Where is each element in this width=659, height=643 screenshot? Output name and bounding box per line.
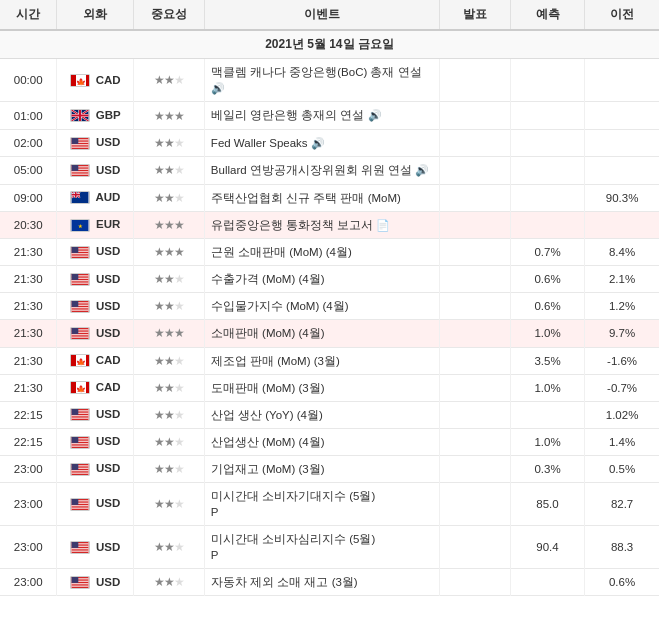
svg-rect-45 xyxy=(71,309,88,310)
forecast-cell: 1.0% xyxy=(510,374,584,401)
svg-rect-52 xyxy=(71,334,88,335)
svg-rect-30 xyxy=(71,256,88,257)
svg-rect-28 xyxy=(71,253,88,254)
time-cell: 23:00 xyxy=(0,526,57,569)
svg-rect-84 xyxy=(71,470,88,471)
importance-cell: ★★★ xyxy=(133,526,204,569)
event-cell: 수입물가지수 (MoM) (4월) xyxy=(204,293,439,320)
svg-rect-109 xyxy=(71,585,88,586)
svg-rect-53 xyxy=(71,336,88,337)
header-previous: 이전 xyxy=(585,0,659,30)
svg-rect-86 xyxy=(71,473,88,474)
forecast-cell xyxy=(510,129,584,156)
forecast-cell: 0.6% xyxy=(510,293,584,320)
table-row: 00:00 🍁 CAD ★★★ 맥클렘 캐나다 중앙은행(BoC) 총재 연설 … xyxy=(0,59,659,102)
currency-cell: USD xyxy=(57,526,134,569)
time-cell: 09:00 xyxy=(0,184,57,211)
previous-cell: 9.7% xyxy=(585,320,659,347)
table-row: 23:00 USD ★★★ 미시간대 소비자기대지수 (5월)P 85.0 82… xyxy=(0,482,659,525)
speaker-icon: 🔊 xyxy=(211,82,225,94)
forecast-cell: 3.5% xyxy=(510,347,584,374)
previous-cell xyxy=(585,102,659,129)
release-cell xyxy=(439,320,510,347)
forecast-cell xyxy=(510,157,584,184)
table-row: 21:30 USD ★★★ 소매판매 (MoM) (4월) 1.0% 9.7% xyxy=(0,320,659,347)
currency-cell: USD xyxy=(57,401,134,428)
svg-rect-68 xyxy=(71,415,88,416)
forecast-cell: 85.0 xyxy=(510,482,584,525)
currency-label: USD xyxy=(96,497,120,509)
release-cell xyxy=(439,211,510,238)
currency-cell: USD xyxy=(57,569,134,596)
time-cell: 23:00 xyxy=(0,482,57,525)
table-row: 21:30 USD ★★★ 수출가격 (MoM) (4월) 0.6% 2.1% xyxy=(0,266,659,293)
svg-rect-92 xyxy=(71,505,88,506)
date-separator: 2021년 5월 14일 금요일 xyxy=(0,30,659,59)
currency-cell: 🍁 CAD xyxy=(57,347,134,374)
time-cell: 20:30 xyxy=(0,211,57,238)
importance-cell: ★★★ xyxy=(133,569,204,596)
importance-cell: ★★★ xyxy=(133,320,204,347)
release-cell xyxy=(439,374,510,401)
previous-cell xyxy=(585,157,659,184)
previous-cell: 0.5% xyxy=(585,455,659,482)
event-cell: Fed Waller Speaks 🔊 xyxy=(204,129,439,156)
speaker-icon: 🔊 xyxy=(311,137,325,149)
forecast-cell: 0.3% xyxy=(510,455,584,482)
forecast-cell: 1.0% xyxy=(510,320,584,347)
table-row: 02:00 USD ★★★ Fed Waller Speaks 🔊 xyxy=(0,129,659,156)
event-cell: 산업생산 (MoM) (4월) xyxy=(204,428,439,455)
release-cell xyxy=(439,455,510,482)
previous-cell: 1.2% xyxy=(585,293,659,320)
currency-label: USD xyxy=(96,576,120,588)
svg-rect-79 xyxy=(71,437,78,443)
importance-cell: ★★★ xyxy=(133,184,204,211)
currency-cell: AUD xyxy=(57,184,134,211)
svg-rect-95 xyxy=(71,499,78,505)
currency-label: AUD xyxy=(96,191,121,203)
release-cell xyxy=(439,102,510,129)
svg-rect-103 xyxy=(71,542,78,548)
svg-rect-78 xyxy=(71,446,88,447)
header-time: 시간 xyxy=(0,0,57,30)
header-forecast: 예측 xyxy=(510,0,584,30)
svg-rect-2 xyxy=(86,75,90,87)
currency-label: USD xyxy=(96,300,120,312)
time-cell: 02:00 xyxy=(0,129,57,156)
time-cell: 23:00 xyxy=(0,455,57,482)
currency-cell: GBP xyxy=(57,102,134,129)
svg-rect-18 xyxy=(71,173,88,174)
currency-label: CAD xyxy=(96,381,121,393)
svg-rect-93 xyxy=(71,506,88,507)
previous-cell: 8.4% xyxy=(585,239,659,266)
time-cell: 23:00 xyxy=(0,569,57,596)
svg-rect-11 xyxy=(71,147,88,148)
event-cell: 자동차 제외 소매 재고 (3월) xyxy=(204,569,439,596)
event-cell: 제조업 판매 (MoM) (3월) xyxy=(204,347,439,374)
svg-rect-19 xyxy=(71,174,88,175)
currency-label: CAD xyxy=(96,74,121,86)
svg-rect-110 xyxy=(71,586,88,587)
importance-cell: ★★★ xyxy=(133,211,204,238)
time-cell: 01:00 xyxy=(0,102,57,129)
release-cell xyxy=(439,184,510,211)
previous-cell: 1.02% xyxy=(585,401,659,428)
time-cell: 21:30 xyxy=(0,320,57,347)
table-row: 23:00 USD ★★★ 자동차 제외 소매 재고 (3월) 0.6% xyxy=(0,569,659,596)
svg-rect-100 xyxy=(71,548,88,549)
release-cell xyxy=(439,266,510,293)
currency-label: USD xyxy=(96,435,120,447)
event-cell: 유럽중앙은행 통화정책 보고서 📄 xyxy=(204,211,439,238)
svg-rect-108 xyxy=(71,583,88,584)
event-cell: 근원 소매판매 (MoM) (4월) xyxy=(204,239,439,266)
currency-label: USD xyxy=(96,245,120,257)
table-row: 01:00 GBP ★★★ 베일리 영란은행 총재의 연설 🔊 xyxy=(0,102,659,129)
event-cell: 산업 생산 (YoY) (4월) xyxy=(204,401,439,428)
svg-rect-17 xyxy=(71,171,88,172)
forecast-cell: 0.7% xyxy=(510,239,584,266)
table-row: 23:00 USD ★★★ 기업재고 (MoM) (3월) 0.3% 0.5% xyxy=(0,455,659,482)
table-row: 23:00 USD ★★★ 미시간대 소비자심리지수 (5월)P 90.4 88… xyxy=(0,526,659,569)
svg-rect-94 xyxy=(71,508,88,509)
currency-label: GBP xyxy=(96,109,121,121)
forecast-cell: 1.0% xyxy=(510,428,584,455)
